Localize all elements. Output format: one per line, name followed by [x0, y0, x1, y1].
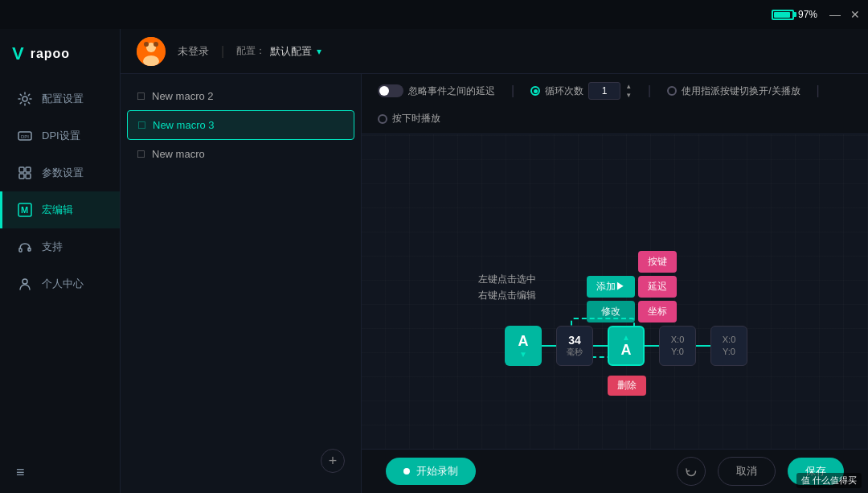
svg-point-13	[144, 42, 149, 47]
stepper-down[interactable]: ▼	[625, 91, 632, 100]
connector-1	[542, 345, 556, 347]
hint-line2: 右键点击编辑	[478, 287, 536, 303]
logo-area: V rapoo	[0, 37, 120, 80]
sidebar-label-dpi: DPI设置	[42, 129, 80, 143]
logo-rapoo: rapoo	[31, 47, 70, 61]
macro-icon: M	[16, 201, 34, 219]
cancel-button[interactable]: 取消	[718, 457, 776, 486]
node-ms: 34 毫秒	[556, 326, 593, 366]
macro-editor: 忽略事件之间的延迟 | 循环次数 ▲ ▼ |	[362, 74, 868, 493]
editor-canvas: 左键点击选中 右键点击编辑 按键 添加▶ 延迟 修改 坐标	[362, 134, 868, 449]
node-a2-label: A	[621, 342, 632, 359]
sidebar-item-params[interactable]: 参数设置	[0, 154, 120, 191]
action-buttons: 按键 添加▶ 延迟 修改 坐标	[587, 251, 677, 323]
add-button[interactable]: 添加▶	[587, 276, 635, 298]
loop-count-radio[interactable]	[530, 86, 540, 96]
node-ms-label: 毫秒	[567, 347, 583, 358]
svg-point-14	[154, 42, 158, 47]
svg-point-9	[23, 279, 27, 284]
user-avatar	[137, 37, 166, 66]
refresh-button[interactable]	[677, 457, 706, 486]
node-a2-key[interactable]: ▲ A	[608, 326, 645, 366]
node-a-key[interactable]: A ▼	[505, 326, 542, 366]
stepper-up[interactable]: ▲	[625, 82, 632, 91]
record-button[interactable]: 开始录制	[386, 458, 476, 485]
macro-list-panel: ☐ New macro 2 ☐ New macro 3 ☐ New macro …	[121, 74, 362, 493]
battery-status: 97%	[772, 9, 817, 20]
loop-count-group: 循环次数 ▲ ▼	[530, 82, 632, 100]
main-area: 未登录 | 配置： 默认配置 ▾ ☐ New macro 2 ☐ New mac…	[121, 29, 868, 493]
coord-button[interactable]: 坐标	[638, 301, 677, 323]
sidebar-label-macro: 宏编辑	[42, 203, 73, 217]
app-container: V rapoo 配置设置 DPI DPI设置	[0, 29, 868, 493]
node-a-arrow: ▼	[519, 350, 527, 359]
collapse-button[interactable]: ≡	[16, 464, 25, 480]
sidebar-item-profile[interactable]: 个人中心	[0, 265, 120, 302]
config-prefix: 配置：	[236, 44, 265, 58]
sidebar-item-config[interactable]: 配置设置	[0, 80, 120, 117]
node-xy1-x: X:0	[671, 334, 685, 346]
press-play-group: 按下时播放	[378, 112, 440, 125]
ignore-delay-toggle[interactable]: 忽略事件之间的延迟	[378, 84, 495, 98]
dpi-icon: DPI	[16, 127, 34, 145]
ignore-delay-switch[interactable]	[378, 84, 403, 97]
sidebar-label-params: 参数设置	[42, 166, 84, 180]
close-button[interactable]: ✕	[850, 9, 860, 20]
loop-count-input[interactable]	[588, 82, 620, 100]
loop-count-stepper: ▲ ▼	[625, 82, 632, 100]
delay-button[interactable]: 延迟	[638, 276, 677, 298]
document-icon: ☐	[137, 91, 145, 102]
node-a-label: A	[518, 333, 529, 350]
support-icon	[16, 238, 34, 256]
macro-item-label-2: New macro 2	[152, 90, 214, 102]
delete-area: 删除	[608, 376, 646, 396]
macro-item-2[interactable]: ☐ New macro 2	[121, 82, 361, 110]
header-config-selector[interactable]: 配置： 默认配置 ▾	[236, 44, 321, 59]
svg-text:DPI: DPI	[21, 134, 29, 139]
sidebar-item-dpi[interactable]: DPI DPI设置	[0, 117, 120, 154]
context-hint: 左键点击选中 右键点击编辑	[478, 271, 536, 304]
svg-rect-6	[26, 174, 31, 179]
delete-button[interactable]: 删除	[608, 376, 646, 396]
node-xy1: X:0 Y:0	[659, 326, 696, 366]
node-ms-value: 34	[568, 334, 581, 347]
node-a2-uparrow: ▲	[622, 333, 630, 342]
add-macro-button[interactable]: +	[321, 449, 345, 473]
sidebar-item-support[interactable]: 支持	[0, 228, 120, 265]
use-key-toggle-radio[interactable]	[667, 86, 677, 96]
record-label: 开始录制	[416, 464, 458, 479]
params-icon	[16, 164, 34, 182]
macro-item-3[interactable]: ☐ New macro 3	[127, 110, 354, 140]
config-icon	[16, 90, 34, 108]
svg-point-0	[23, 97, 27, 101]
press-play-radio[interactable]	[378, 114, 387, 124]
svg-rect-3	[19, 167, 24, 172]
connector-3	[645, 345, 659, 347]
minimize-button[interactable]: —	[829, 9, 841, 20]
record-dot-icon	[403, 468, 410, 475]
connector-2	[593, 345, 608, 347]
sidebar-footer: ≡	[0, 452, 120, 493]
sidebar-label-support: 支持	[42, 240, 63, 254]
profile-icon	[16, 275, 34, 293]
use-key-toggle-group: 使用指派按键切换开/关播放	[667, 84, 800, 98]
document-icon-selected: ☐	[137, 120, 146, 131]
content-area: ☐ New macro 2 ☐ New macro 3 ☐ New macro …	[121, 74, 868, 493]
svg-rect-5	[19, 174, 24, 179]
use-key-toggle-label: 使用指派按键切换开/关播放	[682, 84, 800, 98]
svg-text:M: M	[21, 205, 28, 215]
titlebar: 97% — ✕	[0, 0, 868, 29]
node-xy1-y: Y:0	[671, 346, 684, 358]
hint-line1: 左键点击选中	[478, 271, 536, 287]
chevron-down-icon: ▾	[317, 46, 321, 57]
node-xy2-y: Y:0	[723, 346, 735, 358]
macro-item-1[interactable]: ☐ New macro	[121, 140, 361, 168]
sidebar-item-macro[interactable]: M 宏编辑	[0, 191, 120, 228]
loop-count-label: 循环次数	[545, 84, 583, 98]
press-play-label: 按下时播放	[392, 112, 440, 125]
battery-percentage: 97%	[798, 9, 817, 20]
key-button[interactable]: 按键	[638, 251, 677, 273]
node-xy2: X:0 Y:0	[710, 326, 747, 366]
header-user-label: 未登录	[178, 44, 209, 59]
editor-toolbar: 忽略事件之间的延迟 | 循环次数 ▲ ▼ |	[362, 74, 868, 134]
